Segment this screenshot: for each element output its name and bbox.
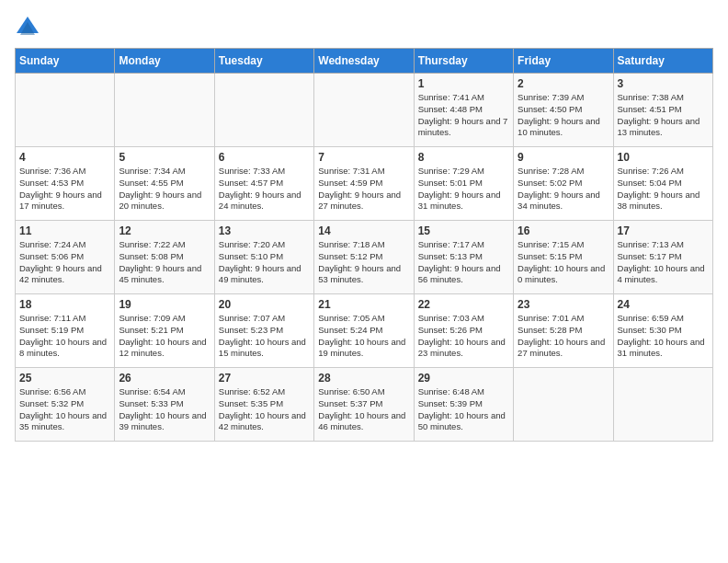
day-number: 29 [418, 372, 509, 385]
day-number: 20 [219, 298, 310, 311]
calendar-cell: 25Sunrise: 6:56 AM Sunset: 5:32 PM Dayli… [16, 368, 115, 442]
day-number: 15 [418, 224, 509, 237]
calendar-cell: 24Sunrise: 6:59 AM Sunset: 5:30 PM Dayli… [613, 294, 712, 368]
day-number: 8 [418, 151, 509, 164]
col-header-sunday: Sunday [16, 49, 115, 74]
col-header-monday: Monday [115, 49, 214, 74]
cell-content: Sunrise: 7:03 AM Sunset: 5:26 PM Dayligh… [418, 313, 509, 360]
calendar-cell: 7Sunrise: 7:31 AM Sunset: 4:59 PM Daylig… [314, 147, 414, 221]
calendar-cell: 9Sunrise: 7:28 AM Sunset: 5:02 PM Daylig… [514, 147, 613, 221]
cell-content: Sunrise: 7:01 AM Sunset: 5:28 PM Dayligh… [518, 313, 609, 360]
calendar-cell: 8Sunrise: 7:29 AM Sunset: 5:01 PM Daylig… [414, 147, 513, 221]
cell-content: Sunrise: 6:50 AM Sunset: 5:37 PM Dayligh… [318, 386, 409, 433]
cell-content: Sunrise: 7:20 AM Sunset: 5:10 PM Dayligh… [219, 239, 310, 286]
cell-content: Sunrise: 6:48 AM Sunset: 5:39 PM Dayligh… [418, 386, 509, 433]
cell-content: Sunrise: 7:41 AM Sunset: 4:48 PM Dayligh… [418, 92, 509, 139]
calendar-cell: 12Sunrise: 7:22 AM Sunset: 5:08 PM Dayli… [115, 221, 214, 294]
col-header-friday: Friday [514, 49, 613, 74]
calendar-cell: 1Sunrise: 7:41 AM Sunset: 4:48 PM Daylig… [414, 74, 513, 147]
col-header-tuesday: Tuesday [214, 49, 313, 74]
calendar-cell [16, 74, 115, 147]
calendar-cell: 22Sunrise: 7:03 AM Sunset: 5:26 PM Dayli… [414, 294, 513, 368]
day-number: 21 [318, 298, 409, 311]
calendar-cell: 29Sunrise: 6:48 AM Sunset: 5:39 PM Dayli… [414, 368, 513, 442]
cell-content: Sunrise: 7:05 AM Sunset: 5:24 PM Dayligh… [318, 313, 409, 360]
day-number: 24 [618, 298, 709, 311]
cell-content: Sunrise: 7:24 AM Sunset: 5:06 PM Dayligh… [19, 239, 110, 286]
calendar-cell [115, 74, 214, 147]
week-row-1: 1Sunrise: 7:41 AM Sunset: 4:48 PM Daylig… [16, 74, 713, 147]
calendar-cell [214, 74, 313, 147]
cell-content: Sunrise: 7:22 AM Sunset: 5:08 PM Dayligh… [119, 239, 210, 286]
header-row: SundayMondayTuesdayWednesdayThursdayFrid… [16, 49, 713, 74]
day-number: 16 [518, 224, 609, 237]
calendar-cell: 19Sunrise: 7:09 AM Sunset: 5:21 PM Dayli… [115, 294, 214, 368]
calendar-cell [314, 74, 414, 147]
calendar-cell: 21Sunrise: 7:05 AM Sunset: 5:24 PM Dayli… [314, 294, 414, 368]
col-header-wednesday: Wednesday [314, 49, 414, 74]
calendar-cell: 17Sunrise: 7:13 AM Sunset: 5:17 PM Dayli… [613, 221, 712, 294]
day-number: 28 [318, 372, 409, 385]
calendar-cell: 10Sunrise: 7:26 AM Sunset: 5:04 PM Dayli… [613, 147, 712, 221]
calendar-cell: 27Sunrise: 6:52 AM Sunset: 5:35 PM Dayli… [214, 368, 313, 442]
calendar-cell: 2Sunrise: 7:39 AM Sunset: 4:50 PM Daylig… [514, 74, 613, 147]
calendar-cell: 26Sunrise: 6:54 AM Sunset: 5:33 PM Dayli… [115, 368, 214, 442]
day-number: 9 [518, 151, 609, 164]
day-number: 23 [518, 298, 609, 311]
day-number: 5 [119, 151, 210, 164]
day-number: 11 [19, 224, 110, 237]
calendar-body: 1Sunrise: 7:41 AM Sunset: 4:48 PM Daylig… [16, 74, 713, 442]
week-row-2: 4Sunrise: 7:36 AM Sunset: 4:53 PM Daylig… [16, 147, 713, 221]
day-number: 6 [219, 151, 310, 164]
calendar-cell [613, 368, 712, 442]
cell-content: Sunrise: 7:34 AM Sunset: 4:55 PM Dayligh… [119, 166, 210, 213]
calendar-cell: 14Sunrise: 7:18 AM Sunset: 5:12 PM Dayli… [314, 221, 414, 294]
week-row-3: 11Sunrise: 7:24 AM Sunset: 5:06 PM Dayli… [16, 221, 713, 294]
cell-content: Sunrise: 7:39 AM Sunset: 4:50 PM Dayligh… [518, 92, 609, 139]
cell-content: Sunrise: 7:17 AM Sunset: 5:13 PM Dayligh… [418, 239, 509, 286]
calendar-cell: 13Sunrise: 7:20 AM Sunset: 5:10 PM Dayli… [214, 221, 313, 294]
logo [15, 15, 44, 40]
calendar-cell [514, 368, 613, 442]
week-row-4: 18Sunrise: 7:11 AM Sunset: 5:19 PM Dayli… [16, 294, 713, 368]
cell-content: Sunrise: 7:38 AM Sunset: 4:51 PM Dayligh… [618, 92, 709, 139]
day-number: 3 [618, 77, 709, 90]
cell-content: Sunrise: 7:28 AM Sunset: 5:02 PM Dayligh… [518, 166, 609, 213]
calendar-cell: 11Sunrise: 7:24 AM Sunset: 5:06 PM Dayli… [16, 221, 115, 294]
calendar-cell: 16Sunrise: 7:15 AM Sunset: 5:15 PM Dayli… [514, 221, 613, 294]
day-number: 27 [219, 372, 310, 385]
cell-content: Sunrise: 7:26 AM Sunset: 5:04 PM Dayligh… [618, 166, 709, 213]
day-number: 4 [19, 151, 110, 164]
calendar-header: SundayMondayTuesdayWednesdayThursdayFrid… [16, 49, 713, 74]
day-number: 12 [119, 224, 210, 237]
cell-content: Sunrise: 7:13 AM Sunset: 5:17 PM Dayligh… [618, 239, 709, 286]
cell-content: Sunrise: 7:09 AM Sunset: 5:21 PM Dayligh… [119, 313, 210, 360]
day-number: 19 [119, 298, 210, 311]
col-header-thursday: Thursday [414, 49, 513, 74]
col-header-saturday: Saturday [613, 49, 712, 74]
day-number: 14 [318, 224, 409, 237]
day-number: 2 [518, 77, 609, 90]
cell-content: Sunrise: 7:15 AM Sunset: 5:15 PM Dayligh… [518, 239, 609, 286]
day-number: 1 [418, 77, 509, 90]
cell-content: Sunrise: 6:54 AM Sunset: 5:33 PM Dayligh… [119, 386, 210, 433]
day-number: 17 [618, 224, 709, 237]
day-number: 7 [318, 151, 409, 164]
week-row-5: 25Sunrise: 6:56 AM Sunset: 5:32 PM Dayli… [16, 368, 713, 442]
calendar-cell: 20Sunrise: 7:07 AM Sunset: 5:23 PM Dayli… [214, 294, 313, 368]
header [15, 15, 713, 40]
cell-content: Sunrise: 7:18 AM Sunset: 5:12 PM Dayligh… [318, 239, 409, 286]
cell-content: Sunrise: 6:59 AM Sunset: 5:30 PM Dayligh… [618, 313, 709, 360]
cell-content: Sunrise: 7:07 AM Sunset: 5:23 PM Dayligh… [219, 313, 310, 360]
day-number: 22 [418, 298, 509, 311]
cell-content: Sunrise: 6:52 AM Sunset: 5:35 PM Dayligh… [219, 386, 310, 433]
calendar-cell: 4Sunrise: 7:36 AM Sunset: 4:53 PM Daylig… [16, 147, 115, 221]
cell-content: Sunrise: 6:56 AM Sunset: 5:32 PM Dayligh… [19, 386, 110, 433]
calendar-cell: 15Sunrise: 7:17 AM Sunset: 5:13 PM Dayli… [414, 221, 513, 294]
cell-content: Sunrise: 7:11 AM Sunset: 5:19 PM Dayligh… [19, 313, 110, 360]
day-number: 25 [19, 372, 110, 385]
calendar-cell: 28Sunrise: 6:50 AM Sunset: 5:37 PM Dayli… [314, 368, 414, 442]
day-number: 13 [219, 224, 310, 237]
calendar-cell: 5Sunrise: 7:34 AM Sunset: 4:55 PM Daylig… [115, 147, 214, 221]
cell-content: Sunrise: 7:31 AM Sunset: 4:59 PM Dayligh… [318, 166, 409, 213]
